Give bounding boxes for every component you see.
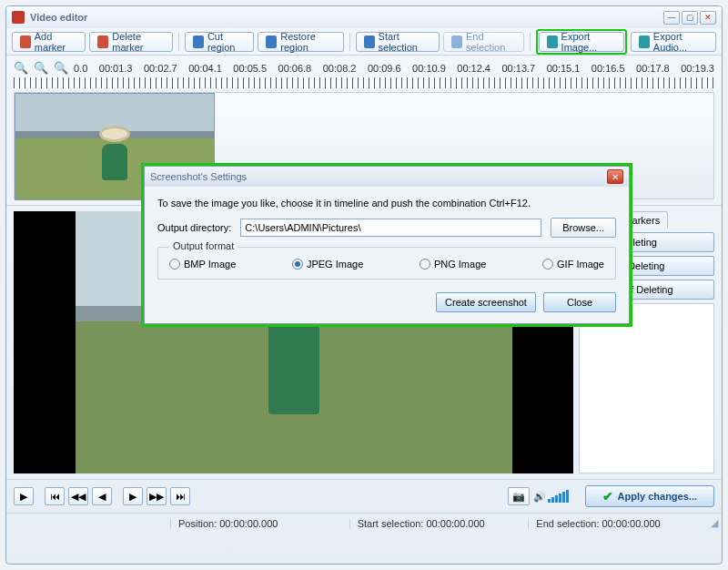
- export-image-icon: [547, 36, 557, 48]
- radio-bmp[interactable]: BMP Image: [169, 259, 236, 270]
- zoom-fit-icon[interactable]: 🔍: [54, 61, 68, 76]
- export-audio-icon: [639, 36, 650, 48]
- titlebar: Video editor — ▢ ✕: [6, 6, 722, 28]
- screenshot-settings-dialog: Screenshot's Settings ✕ To save the imag…: [144, 166, 630, 324]
- browse-button[interactable]: Browse...: [551, 218, 616, 238]
- output-format-group: Output format BMP Image JPEG Image PNG I…: [157, 247, 616, 280]
- output-dir-input[interactable]: [240, 219, 541, 237]
- flag-icon: [20, 36, 31, 48]
- areas-list[interactable]: [579, 303, 714, 473]
- play-button[interactable]: ▶: [14, 487, 34, 505]
- end-selection-button[interactable]: End selection: [443, 32, 524, 52]
- toolbar: Add marker Delete marker Cut region Rest…: [6, 28, 722, 56]
- dialog-close-action-button[interactable]: Close: [543, 292, 616, 312]
- output-format-label: Output format: [169, 240, 238, 251]
- zoom-in-icon[interactable]: 🔍: [14, 61, 28, 76]
- last-frame-button[interactable]: ⏭: [170, 487, 190, 505]
- dialog-highlight: Screenshot's Settings ✕ To save the imag…: [141, 163, 632, 327]
- volume-control[interactable]: 🔊: [533, 490, 569, 503]
- status-position: Position: 00:00:00.000: [170, 518, 349, 529]
- delete-flag-icon: [97, 36, 108, 48]
- dialog-titlebar: Screenshot's Settings ✕: [145, 167, 629, 187]
- delete-marker-button[interactable]: Delete marker: [89, 32, 173, 52]
- dialog-close-button[interactable]: ✕: [607, 169, 623, 184]
- radio-png[interactable]: PNG Image: [420, 259, 486, 270]
- output-dir-label: Output directory:: [157, 222, 231, 233]
- export-image-highlight: Export Image...: [536, 29, 627, 55]
- close-button[interactable]: ✕: [700, 11, 716, 25]
- export-audio-button[interactable]: Export Audio...: [631, 32, 716, 52]
- check-icon: ✔: [602, 489, 613, 504]
- start-selection-icon: [364, 36, 375, 48]
- start-selection-button[interactable]: Start selection: [356, 32, 440, 52]
- create-screenshot-button[interactable]: Create screenshot: [436, 292, 536, 312]
- prev-frame-button[interactable]: ◀◀: [68, 487, 88, 505]
- step-fwd-button[interactable]: ▶: [123, 487, 143, 505]
- status-bar: Position: 00:00:00.000 Start selection: …: [6, 513, 722, 533]
- snapshot-button[interactable]: 📷: [508, 487, 530, 505]
- status-end: End selection: 00:00:00.000: [528, 518, 707, 529]
- restore-region-button[interactable]: Restore region: [258, 32, 343, 52]
- maximize-button[interactable]: ▢: [682, 11, 698, 25]
- speaker-icon: 🔊: [533, 491, 546, 503]
- video-editor-window: Video editor — ▢ ✕ Add marker Delete mar…: [5, 5, 723, 565]
- window-title: Video editor: [30, 12, 87, 23]
- step-back-button[interactable]: ◀: [92, 487, 112, 505]
- app-icon: [12, 11, 25, 24]
- radio-jpeg[interactable]: JPEG Image: [292, 259, 363, 270]
- status-start: Start selection: 00:00:00.000: [349, 518, 529, 529]
- first-frame-button[interactable]: ⏮: [45, 487, 65, 505]
- end-selection-icon: [451, 36, 462, 48]
- dialog-title: Screenshot's Settings: [150, 171, 247, 182]
- timeline-ruler[interactable]: [14, 77, 714, 88]
- cut-region-button[interactable]: Cut region: [185, 32, 254, 52]
- playback-controls: ▶ ⏮ ◀◀ ◀ ▶ ▶▶ ⏭ 📷 🔊 ✔Apply changes...: [6, 479, 722, 513]
- next-frame-button[interactable]: ▶▶: [147, 487, 167, 505]
- export-image-button[interactable]: Export Image...: [539, 32, 624, 52]
- minimize-button[interactable]: —: [663, 11, 680, 25]
- scissors-icon: [193, 36, 204, 48]
- dialog-hint: To save the image you like, choose it in…: [157, 198, 616, 209]
- zoom-out-icon[interactable]: 🔍: [34, 61, 48, 76]
- resize-grip[interactable]: ◢: [707, 517, 722, 529]
- radio-gif[interactable]: GIF Image: [542, 259, 604, 270]
- add-marker-button[interactable]: Add marker: [12, 32, 86, 52]
- restore-icon: [266, 36, 277, 48]
- time-labels: 0.000:01.300:02.700:04.100:05.500:06.800…: [74, 63, 714, 74]
- apply-changes-button[interactable]: ✔Apply changes...: [585, 485, 714, 507]
